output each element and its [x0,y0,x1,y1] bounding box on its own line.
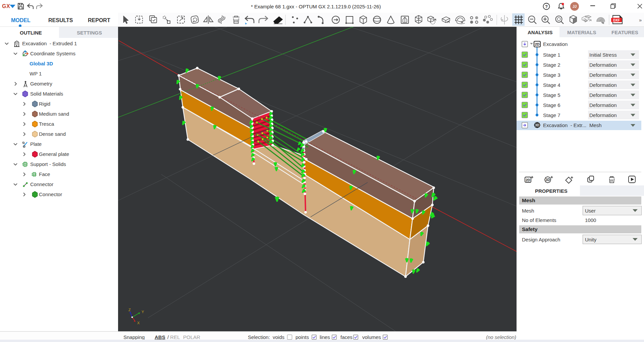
svg-text:»: » [639,17,642,23]
svg-text:Stage 7: Stage 7 [543,112,560,118]
svg-text:Solid Materials: Solid Materials [30,91,63,97]
svg-text:Rigid: Rigid [39,101,50,107]
svg-text:Plate: Plate [30,141,42,147]
svg-text:WP 1: WP 1 [30,71,42,76]
svg-text:Stage 4: Stage 4 [543,82,560,88]
svg-text:DXF: DXF [613,18,620,22]
svg-text:?: ? [545,4,548,9]
svg-text:Stage 2: Stage 2 [543,62,560,68]
svg-text:Deformation: Deformation [589,92,617,98]
svg-text:Deformation: Deformation [589,62,617,68]
svg-text:Deformation: Deformation [589,112,617,118]
svg-text:Deformation: Deformation [589,72,617,78]
svg-text:Geometry: Geometry [30,81,52,87]
svg-text:General plate: General plate [39,151,69,157]
svg-text:Excavation - Extr...: Excavation - Extr... [543,122,586,128]
svg-text:Support - Solids: Support - Solids [30,161,66,167]
svg-text:Deformation: Deformation [589,102,617,108]
svg-text:Stage 3: Stage 3 [543,72,560,78]
svg-text:Mesh: Mesh [589,122,602,128]
svg-text:Global 3D: Global 3D [30,61,53,66]
svg-text:Y: Y [142,310,144,314]
svg-text:Connector: Connector [30,181,53,187]
svg-text:Initial Stress: Initial Stress [589,52,617,58]
svg-text:Coordinate Systems: Coordinate Systems [30,51,75,56]
svg-text:Excavation: Excavation [543,41,568,47]
svg-text:Face: Face [39,171,50,177]
svg-text:2D: 2D [535,42,539,46]
svg-text:2D: 2D [526,178,530,182]
svg-text:3D: 3D [535,123,539,127]
svg-text:Deformation: Deformation [589,82,617,88]
svg-text:3D: 3D [546,178,550,182]
svg-text:Excavation - Extruded 1: Excavation - Extruded 1 [22,41,77,46]
svg-text:Z: Z [128,308,131,312]
svg-text:Stage 1: Stage 1 [543,52,560,58]
svg-text:Medium sand: Medium sand [39,111,69,117]
svg-text:Tresca: Tresca [39,121,54,127]
svg-text:Connector: Connector [39,191,62,197]
svg-text:Stage 5: Stage 5 [543,92,560,98]
svg-text:Stage 6: Stage 6 [543,102,560,108]
svg-text:Dense sand: Dense sand [39,131,66,137]
svg-text:X: X [137,321,140,325]
